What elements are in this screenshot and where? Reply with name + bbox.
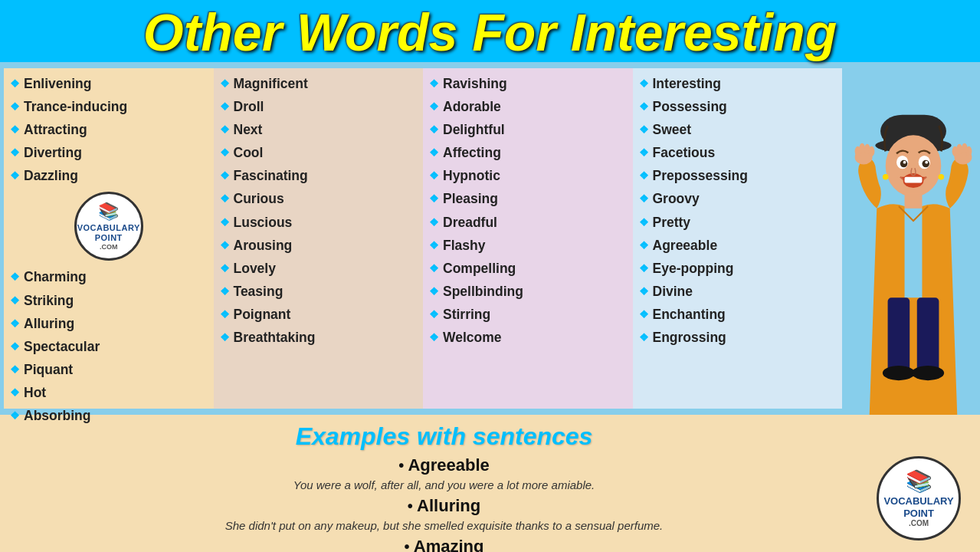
- word-label: Hypnotic: [443, 164, 500, 187]
- bullet-icon: ❖: [429, 213, 439, 232]
- list-item: ❖Enchanting: [639, 303, 837, 326]
- list-item: ❖Fascinating: [220, 164, 418, 187]
- list-item: ❖Stirring: [429, 303, 627, 326]
- bullet-icon: ❖: [429, 166, 439, 185]
- word-label: Stirring: [443, 303, 490, 326]
- word-label: Curious: [234, 187, 284, 210]
- word-label: Divine: [653, 280, 693, 303]
- example-bullet: •: [408, 498, 413, 514]
- examples-list: • AgreeableYou were a wolf, after all, a…: [15, 455, 873, 552]
- list-item: ❖Delightful: [429, 118, 627, 141]
- word-label: Droll: [234, 95, 264, 118]
- inline-logo: 📚 VOCABULARY POINT .COM: [74, 192, 143, 261]
- word-label: Alluring: [24, 312, 74, 335]
- list-item: ❖Agreeable: [639, 234, 837, 257]
- list-item: ❖Spellbinding: [429, 280, 627, 303]
- svg-rect-22: [887, 297, 910, 370]
- word-label: Breathtaking: [234, 326, 316, 349]
- bullet-icon: ❖: [639, 305, 649, 324]
- bullet-icon: ❖: [220, 305, 230, 324]
- svg-point-21: [952, 146, 958, 156]
- list-item: ❖Poignant: [220, 303, 418, 326]
- svg-rect-23: [916, 297, 939, 370]
- example-word: • Agreeable: [15, 455, 873, 475]
- bullet-icon: ❖: [220, 143, 230, 162]
- list-item: ❖Hypnotic: [429, 164, 627, 187]
- svg-rect-10: [904, 177, 922, 183]
- bottom-logo-circle: 📚 VOCABULARY POINT .COM: [877, 456, 961, 540]
- word-label: Teasing: [234, 280, 284, 303]
- list-item: ❖Dreadful: [429, 211, 627, 234]
- list-item: ❖Luscious: [220, 211, 418, 234]
- word-label: Sweet: [653, 118, 692, 141]
- bullet-icon: ❖: [639, 213, 649, 232]
- bullet-icon: ❖: [220, 213, 230, 232]
- example-sentence: You were a wolf, after all, and you were…: [15, 477, 873, 493]
- bullet-icon: ❖: [639, 282, 649, 301]
- list-item: ❖Spectacular: [10, 335, 208, 358]
- bullet-icon: ❖: [429, 259, 439, 278]
- bottom-logo: 📚 VOCABULARY POINT .COM: [873, 422, 965, 552]
- list-item: ❖Cool: [220, 141, 418, 164]
- bullet-icon: ❖: [429, 305, 439, 324]
- word-label: Engrossing: [653, 326, 726, 349]
- list-item: ❖Arousing: [220, 234, 418, 257]
- list-item: ❖Eye-popping: [639, 257, 837, 280]
- example-bullet: •: [398, 457, 404, 474]
- bullet-icon: ❖: [220, 282, 230, 301]
- list-item: ❖Teasing: [220, 280, 418, 303]
- bullet-icon: ❖: [639, 74, 649, 93]
- list-item: ❖Piquant: [10, 358, 208, 381]
- list-item: ❖Alluring: [10, 312, 208, 335]
- examples-title: Examples with sentences: [15, 422, 873, 451]
- list-item: ❖Affecting: [429, 141, 627, 164]
- word-label: Striking: [24, 289, 74, 312]
- bullet-icon: ❖: [10, 360, 20, 379]
- bottom-logo-com: .COM: [909, 519, 929, 528]
- person-illustration: [846, 62, 980, 415]
- svg-point-8: [925, 161, 928, 164]
- word-label: Enchanting: [653, 303, 726, 326]
- bottom-logo-vocab: VOCABULARY: [883, 495, 953, 508]
- word-label: Arousing: [234, 234, 293, 257]
- word-label: Charming: [24, 265, 87, 288]
- bottom-section: Examples with sentences • AgreeableYou w…: [0, 415, 980, 552]
- word-column-2: ❖Magnificent❖Droll❖Next❖Cool❖Fascinating…: [214, 68, 424, 409]
- bullet-icon: ❖: [639, 97, 649, 116]
- example-bullet: •: [405, 538, 410, 552]
- list-item: ❖Sweet: [639, 118, 837, 141]
- svg-point-27: [938, 174, 944, 180]
- word-label: Spellbinding: [443, 280, 523, 303]
- svg-point-25: [912, 366, 944, 380]
- bullet-icon: ❖: [429, 74, 439, 93]
- list-item: ❖Next: [220, 118, 418, 141]
- list-item: ❖Charming: [10, 265, 208, 288]
- svg-point-26: [882, 174, 888, 180]
- word-label: Enlivening: [24, 72, 91, 95]
- word-label: Hot: [24, 381, 46, 404]
- word-label: Delightful: [443, 118, 505, 141]
- list-item: ❖Droll: [220, 95, 418, 118]
- list-item: ❖Breathtaking: [220, 326, 418, 349]
- example-sentence: She didn't put on any makeup, but she sm…: [15, 518, 873, 534]
- list-item: ❖Compelling: [429, 257, 627, 280]
- bullet-icon: ❖: [220, 120, 230, 139]
- word-label: Prepossessing: [653, 164, 749, 187]
- list-item: ❖Groovy: [639, 187, 837, 210]
- list-item: ❖Prepossessing: [639, 164, 837, 187]
- inline-logo-point: POINT: [95, 233, 123, 243]
- list-item: ❖Pleasing: [429, 187, 627, 210]
- bullet-icon: ❖: [429, 120, 439, 139]
- word-label: Welcome: [443, 326, 502, 349]
- word-label: Magnificent: [234, 72, 308, 95]
- list-item: ❖Enlivening: [10, 72, 208, 95]
- words-area: ❖Enlivening❖Trance-inducing❖Attracting❖D…: [0, 62, 846, 415]
- svg-point-24: [882, 366, 914, 380]
- bullet-icon: ❖: [639, 259, 649, 278]
- list-item: ❖Facetious: [639, 141, 837, 164]
- word-label: Poignant: [234, 303, 291, 326]
- word-label: Dreadful: [443, 211, 497, 234]
- list-item: ❖Curious: [220, 187, 418, 210]
- word-label: Piquant: [24, 358, 73, 381]
- bullet-icon: ❖: [220, 97, 230, 116]
